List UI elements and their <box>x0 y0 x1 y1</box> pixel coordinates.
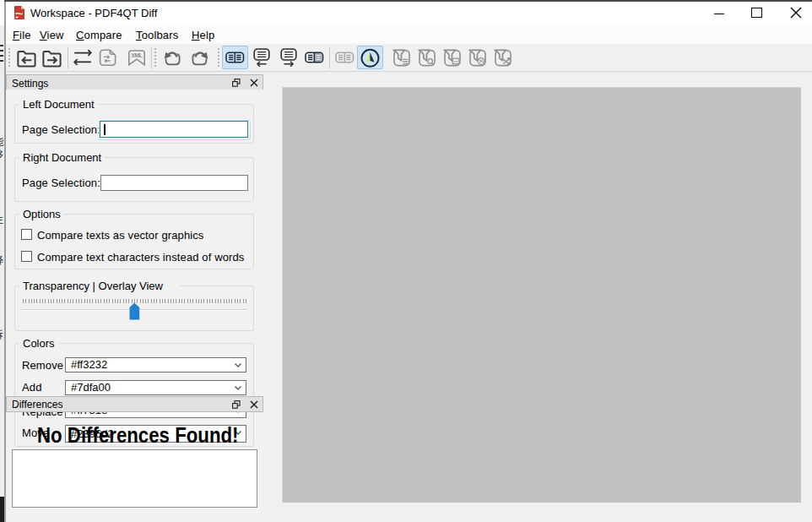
svg-text:XML: XML <box>131 52 143 58</box>
